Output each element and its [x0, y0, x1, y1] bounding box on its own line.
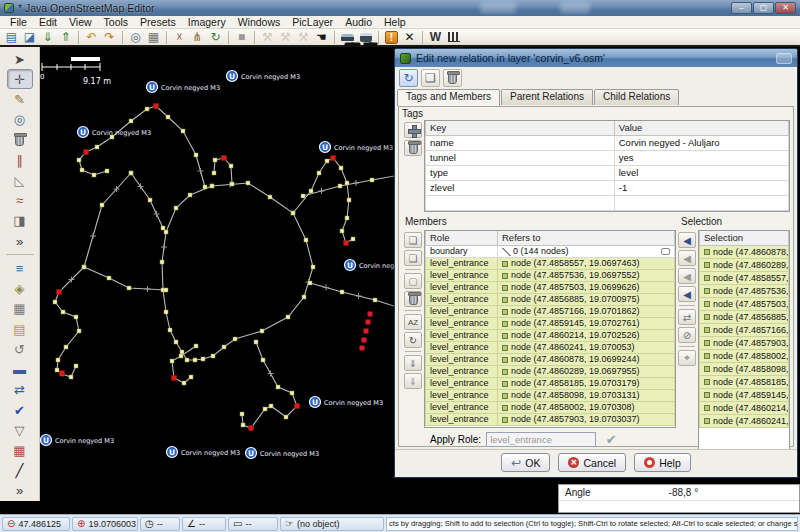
close-button[interactable]: ✕ [775, 2, 796, 14]
validation-warning-icon[interactable]: ! [383, 30, 400, 45]
redo-icon[interactable]: ↷ [101, 30, 118, 45]
duplicate-relation-icon[interactable]: ❏ [421, 69, 440, 87]
menu-edit[interactable]: Edit [33, 16, 63, 28]
undo-icon[interactable]: ↶ [83, 30, 100, 45]
upload-data-icon[interactable]: ⇑ [57, 30, 74, 45]
remove-member-icon[interactable] [404, 291, 422, 307]
apply-changes-icon[interactable]: ↻ [399, 69, 418, 87]
bus-icon[interactable] [357, 30, 374, 45]
command-stack-panel-icon[interactable]: ▬ [7, 359, 33, 379]
tag-row[interactable]: tunnelyes [426, 150, 789, 165]
select-tool-icon[interactable]: ➤ [7, 49, 33, 69]
member-row[interactable]: level_entrancenode (47.4858185, 19.07031… [426, 377, 675, 389]
metro-marker[interactable]: UCorvin negyed M3 [41, 435, 115, 446]
selection-row[interactable]: node (47.4860878, 19.0699244) [700, 245, 789, 258]
menu-presets[interactable]: Presets [134, 16, 182, 28]
member-row[interactable]: level_entrancenode (47.4857903, 19.07030… [426, 413, 675, 425]
tab-parent-relations[interactable]: Parent Relations [501, 89, 593, 105]
delete-tool-icon[interactable] [7, 130, 33, 150]
apply-role-input[interactable] [486, 432, 596, 447]
member-row[interactable]: level_entrancenode (47.4860289, 19.06979… [426, 365, 675, 377]
dialog-close-button[interactable] [776, 53, 792, 64]
extrude-tool-icon[interactable]: ◨ [7, 211, 33, 231]
selection-row[interactable]: node (47.4857503, 19.0699626) [700, 297, 789, 310]
tag-row[interactable]: nameCorvin negyed - Aluljaro [426, 135, 789, 150]
selection-row[interactable]: node (47.4860289, 19.0697955) [700, 258, 789, 271]
angle-tool-icon[interactable]: ◺ [7, 170, 33, 190]
delete-relation-icon[interactable] [443, 69, 462, 87]
placeholder-icon[interactable]: ■ [233, 30, 250, 45]
measurement-panel-icon[interactable]: ╱ [7, 461, 33, 481]
unglue-ways-icon[interactable]: ⚒ [259, 30, 276, 45]
selection-row[interactable]: node (47.4860241, 19.070053) [700, 414, 789, 427]
tags-key-header[interactable]: Key [426, 121, 615, 135]
download-members-icon[interactable]: ⇓ [404, 355, 422, 371]
selection-header[interactable]: Selection [700, 231, 789, 245]
validator-panel-icon[interactable]: ✔ [7, 400, 33, 420]
add-selection-before-icon[interactable]: ◀ [678, 250, 696, 266]
menu-audio[interactable]: Audio [339, 16, 378, 28]
member-row[interactable]: level_entrancenode (47.4857166, 19.07018… [426, 305, 675, 317]
menu-tools[interactable]: Tools [98, 16, 135, 28]
selection-row[interactable]: node (47.4857903, 19.0703037) [700, 336, 789, 349]
edit-member-icon[interactable]: ▢ [404, 273, 422, 289]
selection-row[interactable]: node (47.4858557, 19.0697463) [700, 271, 789, 284]
split-way-icon[interactable]: ⋔ [189, 30, 206, 45]
move-member-down-icon[interactable]: ❏ [404, 250, 422, 266]
tag-row[interactable]: zlevel-1 [426, 180, 789, 195]
wikipedia-icon[interactable]: W [427, 30, 444, 45]
tags-panel-icon[interactable]: ◈ [7, 279, 33, 299]
more-panels-button[interactable]: » [7, 481, 33, 501]
selection-row[interactable]: node (47.4856885, 19.0700975) [700, 310, 789, 323]
save-icon[interactable]: ◪ [21, 30, 38, 45]
layers-panel-icon[interactable]: ≡ [7, 258, 33, 278]
tab-child-relations[interactable]: Child Relations [594, 89, 679, 105]
download-incomplete-icon[interactable]: ⇓ [404, 373, 422, 389]
member-row[interactable]: level_entrancenode (47.4858098, 19.07031… [426, 389, 675, 401]
move-tool-icon[interactable]: ✛ [7, 69, 33, 89]
selection-row[interactable]: node (47.4857166, 19.0701862) [700, 323, 789, 336]
member-row[interactable]: level_entrancenode (47.4860214, 19.07025… [426, 329, 675, 341]
merge-nodes-icon[interactable]: ⚒ [277, 30, 294, 45]
selection-panel-icon[interactable]: ▤ [7, 319, 33, 339]
metro-marker[interactable]: UCorvin negyed M3 [246, 448, 320, 459]
metro-marker[interactable]: UCorvin negyed M3 [167, 447, 241, 458]
update-data-icon[interactable]: ↻ [207, 30, 224, 45]
selection-row[interactable]: node (47.4857536, 19.0697552) [700, 284, 789, 297]
zoom-to-selection-icon[interactable]: ◎ [127, 30, 144, 45]
tag-row-empty[interactable] [426, 195, 789, 210]
member-row[interactable]: level_entrancenode (47.4860241, 19.07005… [426, 341, 675, 353]
download-selected-icon[interactable]: ⌖ [678, 350, 696, 366]
selection-row[interactable]: node (47.4860214, 19.0702526) [700, 401, 789, 414]
more-tools-button[interactable]: » [7, 231, 33, 251]
sort-members-icon[interactable]: AZ [404, 314, 422, 330]
menu-file[interactable]: File [4, 16, 33, 28]
add-selection-after-icon[interactable]: ◀ [678, 268, 696, 284]
conflicts-panel-icon[interactable]: ⇄ [7, 380, 33, 400]
menu-imagery[interactable]: Imagery [182, 16, 232, 28]
open-icon[interactable]: ▤ [3, 30, 20, 45]
move-member-up-icon[interactable]: ❏ [404, 232, 422, 248]
member-row[interactable]: level_entrancenode (47.4857503, 19.06996… [426, 281, 675, 293]
menu-view[interactable]: View [63, 16, 98, 28]
member-row[interactable]: level_entrancenode (47.4857536, 19.06975… [426, 269, 675, 281]
ok-button[interactable]: ↩ OK [501, 453, 550, 472]
move-hand-icon[interactable]: ☚ [313, 30, 330, 45]
member-row[interactable]: level_entrancenode (47.4858002, 19.07030… [426, 401, 675, 413]
histogram-icon[interactable] [445, 30, 462, 45]
metro-marker[interactable]: UCorvin negyed M3 [310, 397, 384, 408]
add-selection-at-start-icon[interactable]: ◀ [678, 232, 696, 248]
join-node-way-icon[interactable]: ⚒ [295, 30, 312, 45]
improve-accuracy-tool-icon[interactable]: ≈ [7, 191, 33, 211]
maximize-button[interactable]: ▢ [753, 2, 774, 14]
car-icon[interactable] [339, 30, 356, 45]
metro-marker[interactable]: UCorvin negyed M3 [227, 71, 301, 82]
add-tag-icon[interactable] [404, 122, 422, 138]
download-data-icon[interactable]: ⇓ [39, 30, 56, 45]
crossing-ways-icon[interactable]: ☓ [171, 30, 188, 45]
menu-piclayer[interactable]: PicLayer [286, 16, 339, 28]
delete-mode-icon[interactable]: ✕ [401, 30, 418, 45]
menu-help[interactable]: Help [378, 16, 412, 28]
metro-marker[interactable]: UCorvin negyed M3 [147, 82, 221, 93]
relations-panel-icon[interactable]: ▦ [7, 299, 33, 319]
